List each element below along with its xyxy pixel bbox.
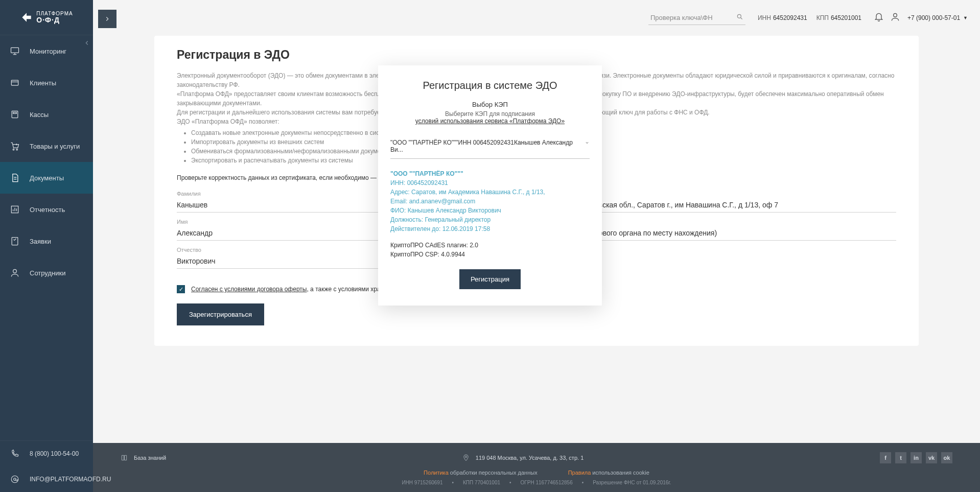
crypto-plugin: КриптоПРО CAdES плагин: 2.0 xyxy=(390,241,590,250)
cert-email-label: Email: xyxy=(390,198,407,205)
cert-org: "ООО ""ПАРТНЁР КО""" xyxy=(390,170,463,177)
cert-valid-label: Действителен до: xyxy=(390,225,440,232)
cert-pos: Генеральный директор xyxy=(425,216,491,223)
cert-select[interactable]: "ООО ""ПАРТНЁР КО"""ИНН 006452092431Каны… xyxy=(390,134,590,159)
modal-terms-link[interactable]: условий использования сервиса «Платформа… xyxy=(390,118,590,125)
cert-inn: 006452092431 xyxy=(407,179,448,186)
modal-subtitle: Выбор КЭП xyxy=(390,101,590,108)
cert-fio-label: ФИО: xyxy=(390,207,406,214)
cert-valid: 12.06.2019 17:58 xyxy=(442,225,490,232)
modal-register-button[interactable]: Регистрация xyxy=(459,269,521,289)
cert-inn-label: ИНН: xyxy=(390,179,405,186)
cert-addr: Саратов, им Академика Навашина С.Г., д 1… xyxy=(411,189,545,196)
crypto-info: КриптоПРО CAdES плагин: 2.0 КриптоПРО CS… xyxy=(390,241,590,259)
crypto-csp: КриптоПРО CSP: 4.0.9944 xyxy=(390,250,590,259)
cert-fio: Канышев Александр Викторович xyxy=(408,207,501,214)
modal: Регистрация в системе ЭДО Выбор КЭП Выбе… xyxy=(378,65,602,306)
cert-info: "ООО ""ПАРТНЁР КО""" ИНН: 006452092431 А… xyxy=(390,169,590,233)
cert-addr-label: Адрес: xyxy=(390,189,410,196)
cert-email: and.ananev@gmail.com xyxy=(409,198,476,205)
cert-pos-label: Должность: xyxy=(390,216,423,223)
modal-title: Регистрация в системе ЭДО xyxy=(390,80,590,91)
modal-hint: Выберите КЭП для подписания xyxy=(390,110,590,118)
